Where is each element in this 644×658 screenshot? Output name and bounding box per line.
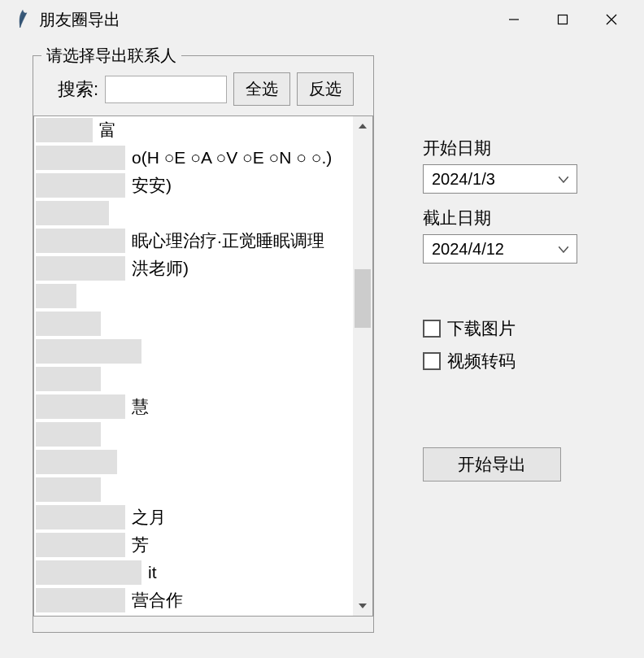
redacted-block <box>36 339 141 364</box>
redacted-block <box>36 312 101 336</box>
redacted-block <box>36 229 125 253</box>
search-row: 搜索: 全选 反选 <box>43 72 363 106</box>
list-item[interactable]: 富 <box>34 116 353 144</box>
redacted-block <box>36 616 125 617</box>
list-item[interactable] <box>34 476 353 503</box>
list-item[interactable] <box>34 199 353 227</box>
svg-rect-1 <box>559 15 568 24</box>
maximize-button[interactable] <box>538 0 587 39</box>
video-transcode-row[interactable]: 视频转码 <box>423 350 594 373</box>
fieldset-legend: 请选择导出联系人 <box>41 45 181 67</box>
scrollbar[interactable] <box>353 116 372 616</box>
options-panel: 开始日期 2024/1/3 截止日期 2024/4/12 下载图片 <box>423 55 594 633</box>
select-all-button[interactable]: 全选 <box>233 72 290 106</box>
redacted-block <box>36 450 117 474</box>
contacts-panel: 请选择导出联系人 搜索: 全选 反选 富o(H ○E ○A ○V ○E ○N ○… <box>33 55 374 633</box>
scroll-down-arrow[interactable] <box>353 596 372 616</box>
redacted-block <box>36 146 125 170</box>
window-title: 朋友圈导出 <box>39 9 490 31</box>
redacted-block <box>36 256 125 281</box>
chevron-down-icon <box>559 172 568 185</box>
contact-list[interactable]: 富o(H ○E ○A ○V ○E ○N ○ ○.)安安)眠心理治疗·正觉睡眠调理… <box>33 115 373 617</box>
scroll-up-arrow[interactable] <box>353 116 372 136</box>
list-item[interactable]: 芳 <box>34 531 353 559</box>
redacted-block <box>36 505 125 529</box>
minimize-button[interactable] <box>490 0 538 39</box>
maximize-icon <box>557 14 568 25</box>
download-images-label: 下载图片 <box>447 317 516 340</box>
redacted-block <box>36 367 101 391</box>
app-window: 朋友圈导出 请选择导出联系人 搜索: 全选 反选 <box>0 0 644 658</box>
search-label: 搜索: <box>43 77 98 102</box>
search-input[interactable] <box>105 76 227 103</box>
list-item[interactable]: 眠心理治疗·正觉睡眠调理 <box>34 227 353 255</box>
end-date-label: 截止日期 <box>423 207 594 229</box>
video-transcode-label: 视频转码 <box>447 350 516 373</box>
close-icon <box>605 13 618 26</box>
redacted-block <box>36 422 101 447</box>
video-transcode-checkbox[interactable] <box>423 352 441 370</box>
titlebar: 朋友圈导出 <box>0 0 644 39</box>
minimize-icon <box>508 14 520 25</box>
contacts-fieldset: 请选择导出联系人 搜索: 全选 反选 富o(H ○E ○A ○V ○E ○N ○… <box>33 55 374 633</box>
list-item[interactable] <box>34 448 353 476</box>
list-item[interactable] <box>34 310 353 338</box>
invert-selection-button[interactable]: 反选 <box>297 72 354 106</box>
list-item[interactable]: 安安) <box>34 172 353 199</box>
list-item[interactable] <box>34 421 353 448</box>
download-images-row[interactable]: 下载图片 <box>423 317 594 340</box>
content-area: 请选择导出联系人 搜索: 全选 反选 富o(H ○E ○A ○V ○E ○N ○… <box>0 39 644 649</box>
list-item[interactable]: 洪老师) <box>34 255 353 282</box>
window-controls <box>490 0 636 39</box>
list-item[interactable]: o(H ○E ○A ○V ○E ○N ○ ○.) <box>34 144 353 172</box>
start-date-picker[interactable]: 2024/1/3 <box>423 164 577 194</box>
list-item[interactable]: 营合作 <box>34 586 353 614</box>
redacted-block <box>36 394 125 419</box>
list-item[interactable]: 慧 <box>34 393 353 421</box>
chevron-down-icon <box>359 604 367 608</box>
chevron-up-icon <box>359 124 367 129</box>
download-images-checkbox[interactable] <box>423 320 441 338</box>
end-date-value: 2024/4/12 <box>432 240 504 259</box>
redacted-block <box>36 284 76 308</box>
end-date-picker[interactable]: 2024/4/12 <box>423 234 577 264</box>
list-item[interactable]: it <box>34 559 353 586</box>
list-item[interactable]: 锦一) <box>34 614 353 617</box>
redacted-block <box>36 201 109 225</box>
start-date-value: 2024/1/3 <box>432 170 495 189</box>
list-item[interactable] <box>34 365 353 393</box>
redacted-block <box>36 173 125 198</box>
list-item[interactable]: 之月 <box>34 503 353 531</box>
scroll-thumb[interactable] <box>355 269 371 328</box>
close-button[interactable] <box>587 0 636 39</box>
list-body: 富o(H ○E ○A ○V ○E ○N ○ ○.)安安)眠心理治疗·正觉睡眠调理… <box>34 116 353 616</box>
start-export-button[interactable]: 开始导出 <box>423 447 561 482</box>
list-item[interactable] <box>34 338 353 365</box>
redacted-block <box>36 533 125 557</box>
redacted-block <box>36 560 141 585</box>
redacted-block <box>36 588 125 612</box>
start-date-label: 开始日期 <box>423 137 594 159</box>
list-item[interactable] <box>34 282 353 310</box>
redacted-block <box>36 118 93 142</box>
chevron-down-icon <box>559 242 568 255</box>
redacted-block <box>36 477 101 502</box>
feather-icon <box>15 8 31 31</box>
